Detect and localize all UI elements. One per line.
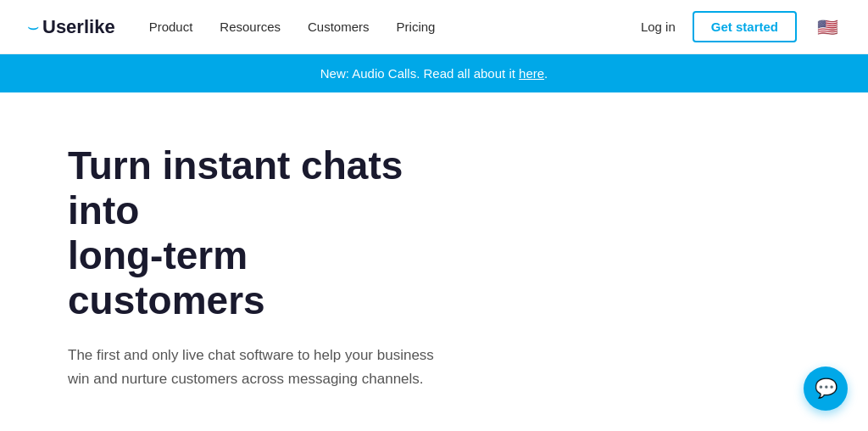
hero-section: Turn instant chats into long-term custom…	[0, 92, 509, 431]
logo-text: Userlike	[42, 16, 115, 38]
nav-product[interactable]: Product	[149, 20, 193, 34]
banner-link[interactable]: here	[519, 66, 544, 81]
nav-resources[interactable]: Resources	[220, 20, 281, 34]
nav-customers[interactable]: Customers	[308, 20, 370, 34]
chat-bubble-button[interactable]: 💬	[804, 367, 848, 411]
get-started-button[interactable]: Get started	[693, 11, 797, 42]
page-wrapper: ⌣ Userlike Product Resources Customers P…	[0, 0, 868, 431]
logo[interactable]: ⌣ Userlike	[27, 16, 115, 38]
banner-text: New: Audio Calls. Read all about it	[320, 66, 519, 81]
login-link[interactable]: Log in	[641, 20, 676, 34]
nav-actions: Log in Get started 🇺🇸	[641, 11, 841, 42]
chat-bubble-icon: 💬	[815, 378, 837, 400]
nav-pricing[interactable]: Pricing	[397, 20, 436, 34]
hero-subtitle: The first and only live chat software to…	[68, 344, 441, 391]
announcement-banner: New: Audio Calls. Read all about it here…	[0, 54, 868, 92]
navbar: ⌣ Userlike Product Resources Customers P…	[0, 0, 868, 54]
language-flag[interactable]: 🇺🇸	[814, 14, 841, 41]
hero-title: Turn instant chats into long-term custom…	[68, 143, 441, 323]
nav-links: Product Resources Customers Pricing	[149, 20, 641, 34]
logo-icon: ⌣	[27, 16, 39, 38]
